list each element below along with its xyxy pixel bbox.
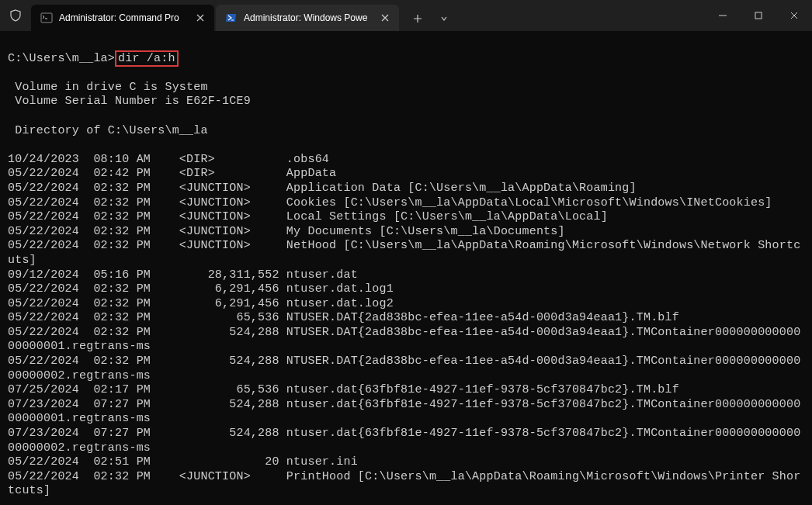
tab-cmd[interactable]: Administrator: Command Pro (31, 5, 214, 31)
prompt: C:\Users\m__la> (8, 52, 115, 65)
tab-title: Administrator: Command Pro (59, 12, 186, 23)
terminal-output[interactable]: C:\Users\m__la>dir /a:h Volume in drive … (0, 31, 812, 505)
tab-title: Administrator: Windows Powe (244, 12, 371, 23)
tab-close-button[interactable] (377, 10, 393, 26)
window-controls (705, 0, 812, 31)
tab-strip: Administrator: Command Pro Administrator… (31, 0, 705, 31)
new-tab-button[interactable] (405, 6, 430, 31)
minimize-button[interactable] (705, 0, 741, 31)
svg-rect-1 (755, 12, 762, 19)
tab-powershell[interactable]: Administrator: Windows Powe (216, 5, 399, 31)
powershell-icon (225, 12, 238, 24)
titlebar: Administrator: Command Pro Administrator… (0, 0, 812, 31)
uac-shield-icon (0, 0, 31, 31)
svg-rect-0 (41, 13, 52, 22)
close-button[interactable] (776, 0, 812, 31)
maximize-button[interactable] (741, 0, 776, 31)
tab-close-button[interactable] (193, 10, 208, 26)
cmd-icon (40, 12, 53, 24)
command-highlight: dir /a:h (115, 50, 179, 67)
tab-dropdown-button[interactable] (432, 6, 456, 31)
prompt-line: C:\Users\m__la>dir /a:h (8, 52, 804, 67)
output-lines: Volume in drive C is System Volume Seria… (8, 81, 804, 499)
